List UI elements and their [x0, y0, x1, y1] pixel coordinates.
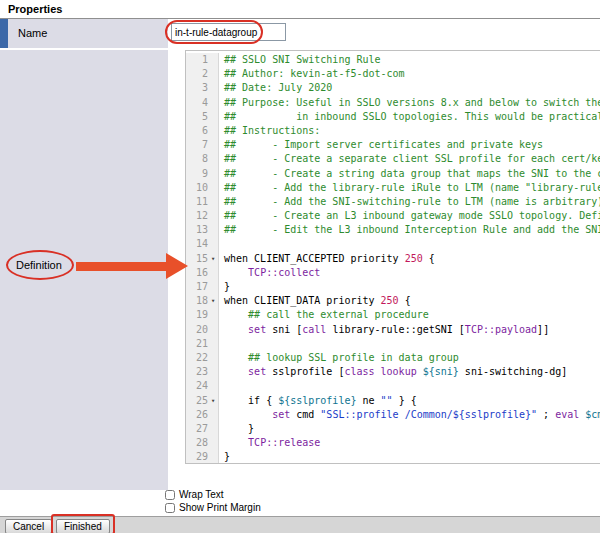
line-number: 15 [186, 252, 208, 266]
required-field-accent [0, 19, 8, 48]
code-text: } [219, 450, 230, 464]
wrap-text-checkbox[interactable] [165, 490, 175, 500]
wrap-text-label: Wrap Text [179, 489, 224, 500]
code-text [219, 337, 224, 351]
editor-line: 8## - Create a separate client SSL profi… [186, 152, 600, 166]
editor-line: 15▾when CLIENT_ACCEPTED priority 250 { [186, 252, 600, 266]
line-number: 4 [186, 96, 208, 110]
fold-spacer [208, 223, 218, 237]
code-text: ## - Create a separate client SSL profil… [219, 152, 600, 166]
code-text: ## Author: kevin-at-f5-dot-com [219, 67, 405, 81]
editor-line: 24 [186, 379, 600, 393]
line-number: 27 [186, 422, 208, 436]
name-input[interactable] [171, 23, 286, 41]
line-number-gutter: 10 [186, 181, 219, 195]
properties-header: Properties [0, 0, 600, 19]
code-text: set sni [call library-rule::getSNI [TCP:… [219, 323, 549, 337]
footer-bar: Cancel Finished [0, 516, 600, 533]
code-text: ## in inbound SSLO topologies. This woul… [219, 110, 600, 124]
line-number-gutter: 25▾ [186, 394, 219, 408]
line-number-gutter: 8 [186, 152, 219, 166]
code-text [219, 237, 224, 251]
fold-spacer [208, 436, 218, 450]
line-number: 26 [186, 408, 208, 422]
fold-spacer [208, 96, 218, 110]
fold-arrow-icon[interactable]: ▾ [208, 294, 218, 308]
editor-line: 25▾ if { ${sslprofile} ne "" } { [186, 394, 600, 408]
fold-spacer [208, 351, 218, 365]
fold-spacer [208, 152, 218, 166]
definition-label: Definition [16, 259, 62, 271]
line-number: 18 [186, 294, 208, 308]
line-number: 10 [186, 181, 208, 195]
code-text: } [219, 422, 254, 436]
editor-line: 5## in inbound SSLO topologies. This wou… [186, 110, 600, 124]
editor-line: 4## Purpose: Useful in SSLO versions 8.x… [186, 96, 600, 110]
code-text [219, 379, 224, 393]
fold-spacer [208, 308, 218, 322]
show-print-margin-label: Show Print Margin [179, 502, 261, 513]
line-number: 11 [186, 195, 208, 209]
line-number-gutter: 26 [186, 408, 219, 422]
line-number: 22 [186, 351, 208, 365]
fold-spacer [208, 280, 218, 294]
line-number: 14 [186, 237, 208, 251]
editor-line: 11## - Add the SNI-switching-rule to LTM… [186, 195, 600, 209]
editor-line: 20 set sni [call library-rule::getSNI [T… [186, 323, 600, 337]
line-number: 28 [186, 436, 208, 450]
fold-arrow-icon[interactable]: ▾ [208, 394, 218, 408]
editor-line: 1## SSLO SNI Switching Rule [186, 53, 600, 67]
line-number-gutter: 12 [186, 209, 219, 223]
line-number-gutter: 28 [186, 436, 219, 450]
code-text: ## Purpose: Useful in SSLO versions 8.x … [219, 96, 600, 110]
wrap-text-option: Wrap Text [165, 489, 224, 500]
editor-line: 26 set cmd "SSL::profile /Common/${sslpr… [186, 408, 600, 422]
code-text: if { ${sslprofile} ne "" } { [219, 394, 417, 408]
code-text: set cmd "SSL::profile /Common/${sslprofi… [219, 408, 600, 422]
editor-line: 6## Instructions: [186, 124, 600, 138]
editor-line: 28 TCP::release [186, 436, 600, 450]
line-number-gutter: 11 [186, 195, 219, 209]
show-print-margin-option: Show Print Margin [165, 502, 261, 513]
page-title: Properties [8, 3, 62, 15]
line-number: 23 [186, 365, 208, 379]
line-number-gutter: 21 [186, 337, 219, 351]
line-number-gutter: 9 [186, 167, 219, 181]
fold-spacer [208, 124, 218, 138]
fold-spacer [208, 237, 218, 251]
line-number: 1 [186, 53, 208, 67]
line-number: 5 [186, 110, 208, 124]
line-number-gutter: 19 [186, 308, 219, 322]
line-number: 20 [186, 323, 208, 337]
code-text: when CLIENT_ACCEPTED priority 250 { [219, 252, 435, 266]
code-text: ## - Add the library-rule iRule to LTM (… [219, 181, 600, 195]
line-number-gutter: 20 [186, 323, 219, 337]
line-number: 2 [186, 67, 208, 81]
fold-spacer [208, 408, 218, 422]
line-number: 3 [186, 81, 208, 95]
editor-line: 23 set sslprofile [class lookup ${sni} s… [186, 365, 600, 379]
code-text: TCP::release [219, 436, 320, 450]
code-text: TCP::collect [219, 266, 320, 280]
fold-spacer [208, 337, 218, 351]
editor-line: 16 TCP::collect [186, 266, 600, 280]
fold-spacer [208, 195, 218, 209]
fold-arrow-icon[interactable]: ▾ [208, 252, 218, 266]
cancel-button[interactable]: Cancel [5, 519, 52, 533]
irule-code-editor[interactable]: 1## SSLO SNI Switching Rule2## Author: k… [185, 50, 600, 464]
show-print-margin-checkbox[interactable] [165, 503, 175, 513]
editor-line: 9## - Create a string data group that ma… [186, 167, 600, 181]
line-number-gutter: 29 [186, 450, 219, 464]
code-text: ## - Create an L3 inbound gateway mode S… [219, 209, 600, 223]
line-number-gutter: 6 [186, 124, 219, 138]
fold-spacer [208, 209, 218, 223]
line-number-gutter: 3 [186, 81, 219, 95]
code-text: ## - Import server certificates and priv… [219, 138, 543, 152]
line-number: 21 [186, 337, 208, 351]
fold-spacer [208, 450, 218, 464]
line-number: 29 [186, 450, 208, 464]
editor-line: 3## Date: July 2020 [186, 81, 600, 95]
finished-button[interactable]: Finished [56, 519, 110, 533]
line-number: 13 [186, 223, 208, 237]
code-text: ## - Edit the L3 inbound Interception Ru… [219, 223, 600, 237]
